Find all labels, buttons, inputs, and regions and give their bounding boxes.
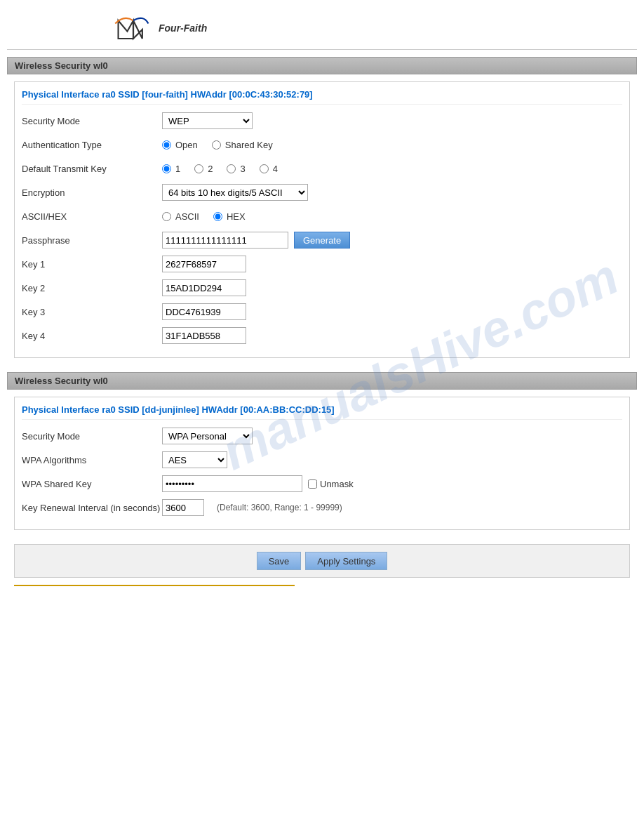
ascii-hex-control: ASCII HEX <box>162 211 254 222</box>
s2-security-mode-control: WPA Personal WPA2 Personal WPA Enterpris… <box>162 428 253 444</box>
logo-container: Four-Faith <box>112 14 623 42</box>
tx-key-3-text: 3 <box>240 164 245 174</box>
wpa-algorithms-row: WPA Algorithms AES TKIP TKIP+AES <box>22 451 622 469</box>
key2-input[interactable] <box>162 279 246 296</box>
save-button[interactable]: Save <box>257 552 302 570</box>
key3-row: Key 3 <box>22 303 622 321</box>
encryption-row: Encryption 64 bits 10 hex digits/5 ASCII… <box>22 183 622 201</box>
passphrase-row: Passphrase Generate <box>22 231 622 249</box>
key1-control <box>162 256 246 272</box>
auth-type-control: Open Shared Key <box>162 140 281 150</box>
ascii-radio[interactable] <box>162 212 171 221</box>
generate-button[interactable]: Generate <box>294 232 350 249</box>
key-renewal-label: Key Renewal Interval (in seconds) <box>22 503 162 513</box>
hex-radio[interactable] <box>213 212 222 221</box>
apply-settings-button[interactable]: Apply Settings <box>305 552 387 570</box>
key-renewal-hint: (Default: 3600, Range: 1 - 99999) <box>217 503 342 512</box>
tx-key-4-label[interactable]: 4 <box>260 164 278 174</box>
auth-open-radio[interactable] <box>162 140 171 150</box>
section2-card: Physical Interface ra0 SSID [dd-junjinle… <box>14 397 630 530</box>
security-mode-label: Security Mode <box>22 116 162 126</box>
unmask-text: Unmask <box>320 479 354 489</box>
s2-security-mode-row: Security Mode WPA Personal WPA2 Personal… <box>22 427 622 445</box>
key3-input[interactable] <box>162 303 246 320</box>
wpa-shared-key-label: WPA Shared Key <box>22 479 162 489</box>
auth-type-row: Authentication Type Open Shared Key <box>22 135 622 154</box>
tx-key-3-label[interactable]: 3 <box>227 164 245 174</box>
key4-label: Key 4 <box>22 331 162 341</box>
tx-key-1-text: 1 <box>175 164 180 174</box>
footer-line <box>14 585 295 586</box>
tx-key-1-radio[interactable] <box>162 164 171 173</box>
key2-label: Key 2 <box>22 283 162 293</box>
section1-card: Physical Interface ra0 SSID [four-faith]… <box>14 81 630 358</box>
key-renewal-row: Key Renewal Interval (in seconds) (Defau… <box>22 498 622 517</box>
wpa-algorithms-select[interactable]: AES TKIP TKIP+AES <box>162 451 227 468</box>
key4-input[interactable] <box>162 327 246 344</box>
fourfaith-logo-icon <box>112 14 154 42</box>
default-tx-key-row: Default Transmit Key 1 2 3 4 <box>22 159 622 178</box>
hex-label[interactable]: HEX <box>213 211 246 222</box>
auth-shared-radio[interactable] <box>212 140 221 150</box>
encryption-control: 64 bits 10 hex digits/5 ASCII 128 bits 2… <box>162 184 308 201</box>
passphrase-label: Passphrase <box>22 235 162 246</box>
section2-card-title: Physical Interface ra0 SSID [dd-junjinle… <box>22 404 622 420</box>
auth-open-text: Open <box>175 140 198 150</box>
key-renewal-input[interactable] <box>162 499 204 516</box>
security-mode-row: Security Mode WEP WPA Personal WPA2 Pers… <box>22 112 622 130</box>
encryption-label: Encryption <box>22 187 162 198</box>
logo-text: Four-Faith <box>159 22 207 34</box>
auth-shared-text: Shared Key <box>225 140 273 150</box>
hex-text: HEX <box>227 211 246 222</box>
section1-header: Wireless Security wl0 <box>7 57 637 74</box>
key2-control <box>162 279 246 296</box>
ascii-hex-label: ASCII/HEX <box>22 211 162 222</box>
ascii-text: ASCII <box>175 211 199 222</box>
tx-key-3-radio[interactable] <box>227 164 236 173</box>
tx-key-2-radio[interactable] <box>194 164 203 173</box>
tx-key-1-label[interactable]: 1 <box>162 164 180 174</box>
svg-marker-1 <box>133 20 142 39</box>
logo-area: Four-Faith <box>7 7 637 50</box>
svg-marker-0 <box>119 20 133 39</box>
wpa-algorithms-label: WPA Algorithms <box>22 455 162 465</box>
key1-label: Key 1 <box>22 259 162 270</box>
s2-security-mode-select[interactable]: WPA Personal WPA2 Personal WPA Enterpris… <box>162 428 253 444</box>
default-tx-key-control: 1 2 3 4 <box>162 164 286 174</box>
key3-label: Key 3 <box>22 307 162 317</box>
security-mode-select[interactable]: WEP WPA Personal WPA2 Personal WPA Enter… <box>162 112 253 129</box>
key4-row: Key 4 <box>22 326 622 345</box>
auth-type-label: Authentication Type <box>22 140 162 150</box>
section2-header: Wireless Security wl0 <box>7 372 637 390</box>
footer-buttons: Save Apply Settings <box>14 544 630 578</box>
ascii-label[interactable]: ASCII <box>162 211 199 222</box>
tx-key-2-text: 2 <box>208 164 213 174</box>
tx-key-4-text: 4 <box>273 164 278 174</box>
wpa-shared-key-control: Unmask <box>162 475 354 492</box>
passphrase-input[interactable] <box>162 232 288 249</box>
passphrase-control: Generate <box>162 232 350 249</box>
wpa-algorithms-control: AES TKIP TKIP+AES <box>162 451 227 468</box>
unmask-label[interactable]: Unmask <box>308 479 354 489</box>
ascii-hex-row: ASCII/HEX ASCII HEX <box>22 207 622 225</box>
wpa-shared-key-row: WPA Shared Key Unmask <box>22 475 622 493</box>
s2-security-mode-label: Security Mode <box>22 431 162 442</box>
wpa-shared-key-input[interactable] <box>162 475 302 492</box>
security-mode-control: WEP WPA Personal WPA2 Personal WPA Enter… <box>162 112 253 129</box>
key1-input[interactable] <box>162 256 246 272</box>
key1-row: Key 1 <box>22 255 622 273</box>
key4-control <box>162 327 246 344</box>
tx-key-4-radio[interactable] <box>260 164 269 173</box>
unmask-checkbox[interactable] <box>308 479 317 489</box>
key2-row: Key 2 <box>22 279 622 297</box>
key-renewal-control: (Default: 3600, Range: 1 - 99999) <box>162 499 342 516</box>
encryption-select[interactable]: 64 bits 10 hex digits/5 ASCII 128 bits 2… <box>162 184 308 201</box>
auth-open-label[interactable]: Open <box>162 140 198 150</box>
tx-key-2-label[interactable]: 2 <box>194 164 213 174</box>
key3-control <box>162 303 246 320</box>
section1-card-title: Physical Interface ra0 SSID [four-faith]… <box>22 89 622 105</box>
auth-shared-label[interactable]: Shared Key <box>212 140 273 150</box>
default-tx-key-label: Default Transmit Key <box>22 164 162 174</box>
